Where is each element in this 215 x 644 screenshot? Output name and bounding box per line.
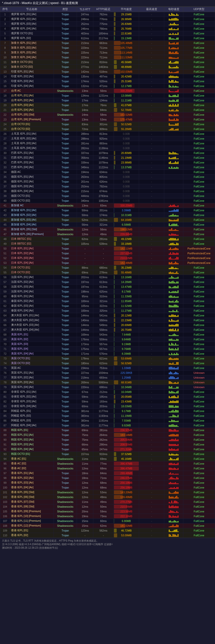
- cell-https-delay: 49ms: [93, 232, 114, 237]
- cell-https-delay: 775ms: [93, 22, 114, 26]
- cell-tls-rtt: 83ms: [77, 122, 93, 127]
- cell-avg-speed: 22.23MB: [114, 318, 139, 323]
- cell-index: 54: [0, 265, 10, 270]
- cell-udp-type: FullCone: [183, 524, 215, 528]
- cell-https-delay: 619ms: [93, 275, 114, 280]
- table-row: 5俄罗斯 OCTO [01]Trojan403ms1854ms22.81MB-F…: [0, 31, 215, 36]
- cell-index: 64: [0, 313, 10, 318]
- cell-index: 14: [0, 74, 10, 79]
- cell-index: 27: [0, 136, 10, 141]
- cell-per-sec-speed: [164, 476, 183, 480]
- table-row: 93韩国 OCTO [01]Trojan157ms910ms37.52MB-Fu…: [0, 452, 215, 457]
- cell-avg-speed: 10.31MB: [114, 213, 139, 218]
- cell-name: 俄罗斯 IEPL [02] [Air]: [10, 17, 54, 22]
- cell-avg-speed: 246.07MB: [114, 476, 139, 480]
- cell-index: 95: [0, 461, 10, 466]
- cell-name: 香港 IEPL [01] [Air]: [10, 471, 54, 476]
- cell-type: Trojan: [54, 399, 77, 404]
- table-row: 106香港 IEPL [10] [Premium]Shadowsocks19ms…: [0, 514, 215, 519]
- cell-avg-speed: 3.39MB: [114, 208, 139, 213]
- cell-tls-rtt: 215ms: [77, 189, 93, 194]
- cell-https-delay: 62ms: [93, 524, 114, 528]
- cell-https-delay: 805ms: [93, 175, 114, 179]
- cell-https-delay: 53ms: [93, 117, 114, 122]
- table-row: 21台湾 IEPL [04] [Air]Trojan14ms84ms52.78M…: [0, 108, 215, 112]
- cell-avg-speed: 56.92MB: [114, 361, 139, 366]
- cell-name: 美国 IEPL [03]: [10, 342, 54, 347]
- cell-max-speed: -: [139, 442, 164, 447]
- cell-type: Trojan: [54, 394, 77, 399]
- cell-type: Trojan: [54, 409, 77, 414]
- cell-avg-speed: 13.47MB: [114, 285, 139, 289]
- cell-type: Trojan: [54, 447, 77, 452]
- cell-max-speed: -: [139, 179, 164, 184]
- cell-per-sec-speed: [164, 299, 183, 304]
- cell-max-speed: -: [139, 275, 164, 280]
- cell-per-sec-speed: [164, 189, 183, 194]
- cell-max-speed: -: [139, 79, 164, 84]
- cell-udp-type: FullCone: [183, 112, 215, 117]
- cell-per-sec-speed: [164, 371, 183, 375]
- cell-index: 22: [0, 112, 10, 117]
- cell-type: Trojan: [54, 280, 77, 285]
- cell-name: 英国 IEPL [03] [Air]: [10, 380, 54, 385]
- cell-avg-speed: 13.08MB: [114, 93, 139, 98]
- cell-name: 泰国 IEPL [03] [Air]: [10, 304, 54, 308]
- cell-per-sec-speed: [164, 308, 183, 313]
- cell-https-delay: 713ms: [93, 50, 114, 55]
- cell-avg-speed: 111.53MB: [114, 55, 139, 60]
- cell-name: 法国 IEPL [04] [Air]: [10, 289, 54, 294]
- cell-type: Trojan: [54, 74, 77, 79]
- cell-name: 香港 AC [02]: [10, 461, 54, 466]
- table-row: 43新加坡 IEPL [02] [Air]Trojan50ms174ms10.3…: [0, 213, 215, 218]
- cell-index: 60: [0, 294, 10, 299]
- cell-tls-rtt: 197ms: [77, 280, 93, 285]
- cell-name: 阿根廷 IEPL [01]: [10, 409, 54, 414]
- cell-max-speed: -: [139, 347, 164, 351]
- cell-index: 56: [0, 275, 10, 280]
- table-row: 62泰国 IEPL [03] [Air]Trojan105ms322ms11.5…: [0, 304, 215, 308]
- cell-tls-rtt: -: [77, 246, 93, 251]
- cell-https-delay: 49ms: [93, 495, 114, 500]
- cell-per-sec-speed: [164, 366, 183, 371]
- cell-name: 美国 IEPL [04] [Air]: [10, 351, 54, 356]
- cell-https-delay: 59ms: [93, 509, 114, 514]
- cell-name: 英国 IEPL [02] [Air]: [10, 375, 54, 380]
- table-row: 53日本 IEPL [04] [Air]Trojan--182.48MB-Por…: [0, 261, 215, 265]
- cell-udp-type: FullCone: [183, 351, 215, 356]
- cell-udp-type: FullCone: [183, 366, 215, 371]
- cell-tls-rtt: 219ms: [77, 375, 93, 380]
- cell-index: 3: [0, 22, 10, 26]
- cell-https-delay: 762ms: [93, 12, 114, 17]
- table-row: 65澳大利亚 IEPL [02] [Air]Trojan140ms550ms22…: [0, 318, 215, 323]
- cell-tls-rtt: 12ms: [77, 227, 93, 232]
- cell-avg-speed: 10.34MB: [114, 385, 139, 390]
- cell-type: Trojan: [54, 184, 77, 189]
- cell-name: 法国 IEPL [02] [Air]: [10, 280, 54, 285]
- cell-max-speed: -: [139, 117, 164, 122]
- cell-max-speed: -: [139, 285, 164, 289]
- cell-type: Trojan: [54, 275, 77, 280]
- cell-tls-rtt: 11ms: [77, 457, 93, 461]
- cell-index: 44: [0, 218, 10, 222]
- cell-index: 30: [0, 151, 10, 155]
- cell-max-speed: -: [139, 490, 164, 495]
- cell-https-delay: 626ms: [93, 179, 114, 184]
- cell-name: 新加坡 IEPL [01] [Air]: [10, 208, 54, 213]
- cell-type: Shadowsocks: [54, 461, 77, 466]
- cell-https-delay: 309ms: [93, 127, 114, 132]
- cell-https-delay: 674ms: [93, 189, 114, 194]
- cell-type: Trojan: [54, 323, 77, 328]
- cell-max-speed: -: [139, 366, 164, 371]
- cell-udp-type: FullCone: [183, 299, 215, 304]
- cell-max-speed: -: [139, 155, 164, 160]
- cell-https-delay: 325ms: [93, 308, 114, 313]
- cell-udp-type: FullCone: [183, 433, 215, 437]
- cell-index: 87: [0, 423, 10, 428]
- cell-type: Trojan: [54, 261, 77, 265]
- cell-max-speed: -: [139, 194, 164, 198]
- cell-avg-speed: 41.07MB: [114, 103, 139, 108]
- cell-max-speed: -: [139, 132, 164, 136]
- cell-per-sec-speed: [164, 490, 183, 495]
- cell-https-delay: 174ms: [93, 213, 114, 218]
